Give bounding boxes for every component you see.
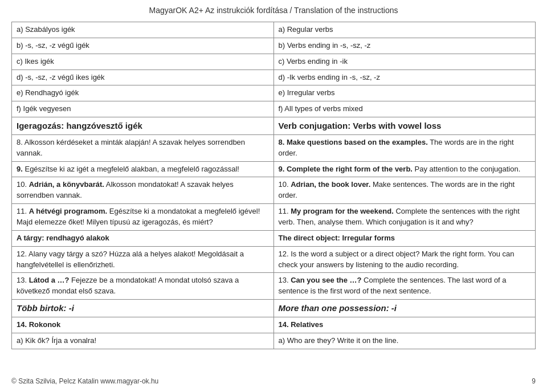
table-row: a) Szabályos igék a) Regular verbs: [12, 22, 536, 38]
footer-left: © Szita Szilvia, Pelcz Katalin www.magya…: [11, 377, 158, 385]
right-cell-header: Verb conjugation: Verbs with vowel loss: [274, 117, 536, 135]
page-container: MagyarOK A2+ Az instrukciók fordítása / …: [0, 0, 547, 378]
section-label-en: Verb conjugation: Verbs with vowel loss: [279, 121, 442, 130]
item-text-bold: Látod a …?: [29, 276, 70, 284]
page-title: MagyarOK A2+ Az instrukciók fordítása / …: [11, 6, 536, 15]
item-text: 10.: [279, 180, 291, 189]
table-row: 12. Alany vagy tárgy a szó? Húzza alá a …: [12, 246, 536, 273]
item-text: 12. Alany vagy tárgy a szó? Húzza alá a …: [17, 250, 244, 269]
left-cell: e) Rendhagyó igék: [12, 85, 274, 101]
table-row: f) Igék vegyesen f) All types of verbs m…: [12, 101, 536, 117]
item-text: Egészítse ki az igét a megfelelő alakban…: [23, 165, 239, 173]
left-cell: 13. Látod a …? Fejezze be a mondatokat! …: [12, 273, 274, 300]
item-text-bold: 14. Relatives: [279, 320, 324, 329]
table-row: 11. A hétvégi programom. Egészítse ki a …: [12, 204, 536, 231]
right-cell: e) Irregular verbs: [274, 85, 536, 101]
right-cell: 13. Can you see the …? Complete the sent…: [274, 273, 536, 300]
item-text-bold: Can you see the …?: [291, 276, 361, 284]
table-row: 13. Látod a …? Fejezze be a mondatokat! …: [12, 273, 536, 300]
left-cell: d) -s, -sz, -z végű ikes igék: [12, 70, 274, 85]
table-row: 14. Rokonok 14. Relatives: [12, 317, 536, 333]
item-text-bold: My program for the weekend.: [291, 207, 394, 215]
right-cell: f) All types of verbs mixed: [274, 101, 536, 117]
right-cell-header: The direct object: Irregular forms: [274, 230, 536, 246]
table-row: 9. Egészítse ki az igét a megfelelő alak…: [12, 161, 536, 177]
item-text: 8. Alkosson kérdéseket a minták alapján!…: [17, 138, 245, 157]
item-text-bold: 8. Make questions based on the examples.: [279, 138, 428, 146]
item-text: 11.: [279, 207, 291, 215]
item-num: 9.: [17, 165, 23, 173]
item-text: 12. Is the word a subject or a direct ob…: [279, 250, 515, 269]
table-row-section-header: Igeragozás: hangzóvesztő igék Verb conju…: [12, 117, 536, 135]
section-label: A tárgy: rendhagyó alakok: [17, 234, 109, 242]
right-cell: 9. Complete the right form of the verb. …: [274, 161, 536, 177]
item-text: a) Who are they? Write it on the line.: [279, 336, 399, 345]
left-cell: b) -s, -sz, -z végű igék: [12, 38, 274, 54]
right-cell: d) -Ik verbs ending in -s, -sz, -z: [274, 70, 536, 85]
footer-right: 9: [532, 377, 536, 385]
item-text: 10.: [17, 180, 29, 189]
right-cell-header: More than one possession: -i: [274, 300, 536, 317]
table-row: 10. Adrián, a könyvbarát. Alkosson monda…: [12, 177, 536, 204]
item-text-bold: 14. Rokonok: [17, 320, 60, 329]
table-row: c) Ikes igék c) Verbs ending in -ik: [12, 54, 536, 70]
item-text: 13.: [17, 276, 29, 284]
right-cell: 8. Make questions based on the examples.…: [274, 134, 536, 161]
section-label-en: The direct object: Irregular forms: [279, 234, 395, 242]
table-row: e) Rendhagyó igék e) Irregular verbs: [12, 85, 536, 101]
section-label-en: More than one possession: -i: [279, 303, 397, 313]
main-table: a) Szabályos igék a) Regular verbs b) -s…: [11, 22, 536, 349]
item-text-bold: A hétvégi programom.: [29, 207, 107, 215]
table-row: a) Kik ők? Írja a vonalra! a) Who are th…: [12, 333, 536, 349]
page-footer: © Szita Szilvia, Pelcz Katalin www.magya…: [0, 377, 547, 385]
item-text: 11.: [17, 207, 29, 215]
table-row: 8. Alkosson kérdéseket a minták alapján!…: [12, 134, 536, 161]
right-cell: 11. My program for the weekend. Complete…: [274, 204, 536, 231]
right-cell: 10. Adrian, the book lover. Make sentenc…: [274, 177, 536, 204]
left-cell-header: A tárgy: rendhagyó alakok: [12, 230, 274, 246]
left-cell: 14. Rokonok: [12, 317, 274, 333]
right-cell: a) Who are they? Write it on the line.: [274, 333, 536, 349]
left-cell: 12. Alany vagy tárgy a szó? Húzza alá a …: [12, 246, 274, 273]
right-cell: c) Verbs ending in -ik: [274, 54, 536, 70]
left-cell: 9. Egészítse ki az igét a megfelelő alak…: [12, 161, 274, 177]
item-text-bold: 9. Complete the right form of the verb.: [279, 165, 413, 173]
right-cell: 12. Is the word a subject or a direct ob…: [274, 246, 536, 273]
section-label: Igeragozás: hangzóvesztő igék: [17, 121, 142, 130]
left-cell: 10. Adrián, a könyvbarát. Alkosson monda…: [12, 177, 274, 204]
left-cell: f) Igék vegyesen: [12, 101, 274, 117]
right-cell: a) Regular verbs: [274, 22, 536, 38]
table-row-section-header: A tárgy: rendhagyó alakok The direct obj…: [12, 230, 536, 246]
left-cell: a) Szabályos igék: [12, 22, 274, 38]
table-row: b) -s, -sz, -z végű igék b) Verbs ending…: [12, 38, 536, 54]
left-cell-header: Igeragozás: hangzóvesztő igék: [12, 117, 274, 135]
right-cell: 14. Relatives: [274, 317, 536, 333]
table-row-section-header: Több birtok: -i More than one possession…: [12, 300, 536, 317]
table-row: d) -s, -sz, -z végű ikes igék d) -Ik ver…: [12, 70, 536, 85]
right-cell: b) Verbs ending in -s, -sz, -z: [274, 38, 536, 54]
left-cell: 11. A hétvégi programom. Egészítse ki a …: [12, 204, 274, 231]
item-text-bold: Adrian, the book lover.: [291, 180, 370, 189]
left-cell: c) Ikes igék: [12, 54, 274, 70]
left-cell: a) Kik ők? Írja a vonalra!: [12, 333, 274, 349]
item-text: Pay attention to the conjugation.: [413, 165, 520, 173]
left-cell-header: Több birtok: -i: [12, 300, 274, 317]
section-label: Több birtok: -i: [17, 303, 74, 313]
item-text: 13.: [279, 276, 291, 284]
item-text-bold: Adrián, a könyvbarát.: [29, 180, 104, 189]
item-text: a) Kik ők? Írja a vonalra!: [17, 336, 96, 345]
left-cell: 8. Alkosson kérdéseket a minták alapján!…: [12, 134, 274, 161]
